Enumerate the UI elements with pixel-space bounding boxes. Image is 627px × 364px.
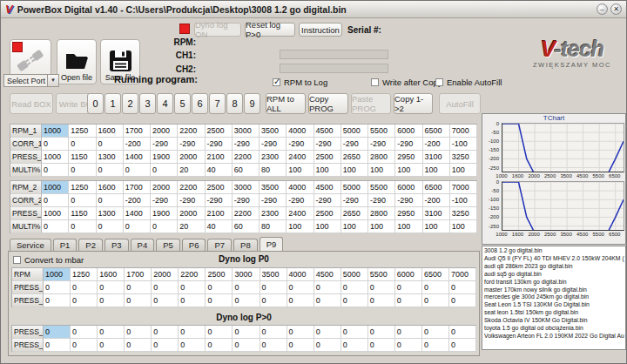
close-icon[interactable]: ✕: [610, 3, 622, 15]
table-cell[interactable]: 2000: [178, 151, 205, 164]
table-cell[interactable]: 2300: [260, 151, 287, 164]
table-cell[interactable]: 0: [314, 281, 341, 294]
table-cell[interactable]: 0: [233, 339, 260, 352]
table-cell[interactable]: 0: [395, 294, 422, 307]
table-cell[interactable]: 7000: [450, 125, 477, 138]
table-cell[interactable]: 0: [71, 294, 98, 307]
table-cell[interactable]: 0: [233, 294, 260, 307]
table-cell[interactable]: 2000: [178, 207, 205, 220]
table-cell[interactable]: 0: [449, 339, 476, 352]
table-cell[interactable]: -290: [395, 138, 422, 151]
table-cell[interactable]: -200: [124, 194, 151, 207]
table-cell[interactable]: -290: [395, 194, 422, 207]
table-cell[interactable]: 0: [42, 164, 69, 177]
table-cell[interactable]: 2200: [179, 268, 206, 281]
checkbox-icon[interactable]: [371, 78, 379, 86]
table-cell[interactable]: -290: [178, 194, 205, 207]
program-9-button[interactable]: 9: [244, 93, 260, 114]
table-cell[interactable]: 3500: [260, 181, 287, 194]
table-cell[interactable]: 6500: [423, 181, 450, 194]
table-cell[interactable]: 20: [178, 220, 205, 233]
table-cell[interactable]: 0: [71, 326, 98, 339]
table-cell[interactable]: 2000: [151, 125, 178, 138]
table-cell[interactable]: 0: [152, 294, 179, 307]
chevron-down-icon[interactable]: ▼: [47, 75, 58, 86]
program-0-button[interactable]: 0: [87, 93, 104, 114]
table-cell[interactable]: 100: [314, 164, 341, 177]
table-cell[interactable]: 0: [314, 339, 341, 352]
table-cell[interactable]: 100: [395, 220, 422, 233]
table-cell[interactable]: -290: [341, 138, 368, 151]
file-list-item[interactable]: audi q8 286km 2023 go digital.bin: [484, 263, 625, 271]
enable-autofill-checkbox[interactable]: Enable AutoFill: [435, 78, 502, 87]
table-cell[interactable]: 0: [368, 294, 395, 307]
checkbox-checked-icon[interactable]: [273, 78, 280, 86]
table-cell[interactable]: 0: [179, 339, 206, 352]
table-cell[interactable]: 0: [368, 326, 395, 339]
table-cell[interactable]: 80: [260, 220, 287, 233]
table-cell[interactable]: 3500: [260, 268, 287, 281]
table-cell[interactable]: 0: [97, 220, 124, 233]
table-cell[interactable]: 0: [124, 220, 151, 233]
table-cell[interactable]: 1000: [44, 268, 71, 281]
table-cell[interactable]: 0: [206, 339, 233, 352]
table-cell[interactable]: -290: [233, 194, 260, 207]
table-cell[interactable]: 0: [152, 281, 179, 294]
table-cell[interactable]: -290: [287, 194, 314, 207]
table-cell[interactable]: 40: [206, 164, 233, 177]
tab-p6[interactable]: P6: [182, 239, 206, 251]
table-cell[interactable]: 100: [368, 164, 395, 177]
table-cell[interactable]: -290: [314, 138, 341, 151]
table-cell[interactable]: 0: [44, 294, 71, 307]
table-cell[interactable]: 2100: [206, 207, 233, 220]
table-cell[interactable]: 3100: [423, 151, 450, 164]
table-cell[interactable]: 0: [287, 281, 314, 294]
file-list-item[interactable]: toyota 1.5 go digital od obciążenia.bin: [484, 325, 625, 333]
table-cell[interactable]: 2400: [287, 207, 314, 220]
file-list-item[interactable]: Skoda Octavia IV 150KM Go Digital.bin: [484, 317, 625, 325]
table-cell[interactable]: 2800: [368, 207, 395, 220]
table-cell[interactable]: 1300: [97, 207, 124, 220]
table-cell[interactable]: 1600: [97, 125, 124, 138]
tab-service[interactable]: Service: [10, 239, 51, 251]
table-cell[interactable]: 1000: [42, 151, 69, 164]
table-cell[interactable]: 0: [422, 326, 449, 339]
table-cell[interactable]: 60: [233, 164, 260, 177]
table-cell[interactable]: 0: [97, 138, 124, 151]
table-cell[interactable]: 5500: [368, 181, 395, 194]
table-cell[interactable]: 5000: [341, 268, 368, 281]
table-cell[interactable]: -290: [151, 194, 178, 207]
table-cell[interactable]: 6000: [395, 268, 422, 281]
table-cell[interactable]: -200: [423, 138, 450, 151]
table-cell[interactable]: 60: [233, 220, 260, 233]
table-cell[interactable]: 3000: [233, 125, 260, 138]
instruction-button[interactable]: Instruction: [299, 23, 342, 37]
table-cell[interactable]: 2500: [206, 181, 233, 194]
table-cell[interactable]: 0: [98, 294, 125, 307]
table-cell[interactable]: 0: [260, 294, 287, 307]
table-cell[interactable]: 1250: [71, 268, 98, 281]
table-cell[interactable]: 2200: [233, 151, 260, 164]
table-cell[interactable]: 4000: [287, 125, 314, 138]
table-cell[interactable]: 2500: [206, 125, 233, 138]
table-cell[interactable]: 5500: [368, 125, 395, 138]
table-cell[interactable]: 100: [314, 220, 341, 233]
table-cell[interactable]: 0: [287, 294, 314, 307]
table-cell[interactable]: 100: [450, 220, 477, 233]
file-list-item[interactable]: mercedes gle 300d 245km go digital.bin: [484, 293, 625, 301]
table-cell[interactable]: 1000: [42, 125, 69, 138]
table-cell[interactable]: 2950: [395, 207, 422, 220]
table-cell[interactable]: 0: [395, 339, 422, 352]
table-cell[interactable]: 100: [341, 220, 368, 233]
copy-prog-button[interactable]: Copy PROG: [308, 93, 348, 114]
tab-p5[interactable]: P5: [156, 239, 180, 251]
table-cell[interactable]: 100: [423, 164, 450, 177]
table-cell[interactable]: 0: [341, 281, 368, 294]
table-cell[interactable]: 2100: [206, 151, 233, 164]
table-cell[interactable]: 2200: [233, 207, 260, 220]
tab-p8[interactable]: P8: [233, 239, 258, 251]
table-cell[interactable]: 1900: [151, 151, 178, 164]
table-cell[interactable]: 0: [449, 326, 476, 339]
table-cell[interactable]: 0: [125, 281, 152, 294]
table-cell[interactable]: 2200: [178, 125, 205, 138]
